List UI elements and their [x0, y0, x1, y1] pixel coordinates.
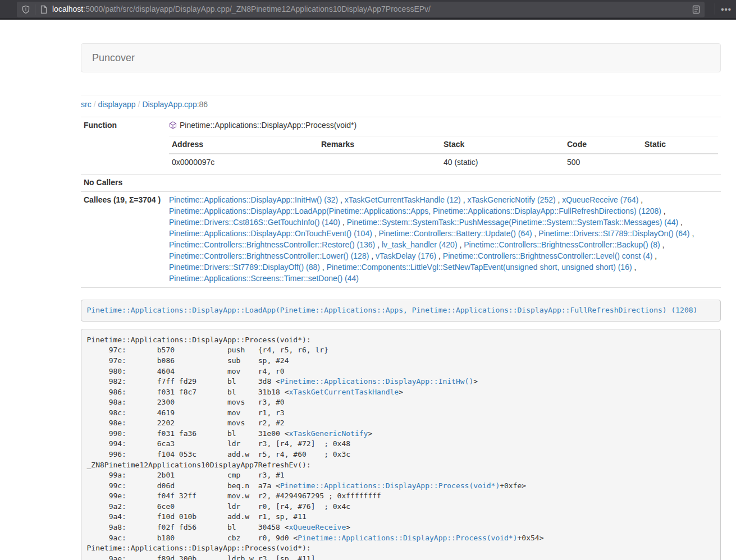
column-header-remarks: Remarks — [318, 136, 441, 153]
callee-link[interactable]: Pinetime::System::SystemTask::PushMessag… — [347, 218, 679, 227]
column-header-stack: Stack — [441, 136, 564, 153]
asm-symbol-link[interactable]: xTaskGetCurrentTaskHandle — [289, 388, 399, 396]
no-callers-row: No Callers — [81, 174, 721, 191]
callee-link[interactable]: Pinetime::Drivers::Cst816S::GetTouchInfo… — [169, 218, 340, 227]
function-name: Pinetime::Applications::DisplayApp::Proc… — [180, 121, 356, 130]
breadcrumb-item-displayapp[interactable]: displayapp — [98, 100, 136, 109]
callee-link[interactable]: Pinetime::Controllers::BrightnessControl… — [169, 240, 375, 249]
detail-header-row: Address Remarks Stack Code Static — [169, 136, 718, 153]
url-path: :5000/path/src/displayapp/DisplayApp.cpp… — [83, 4, 431, 13]
breadcrumb-item-src[interactable]: src — [81, 100, 92, 109]
callee-link[interactable]: vTaskDelay (176) — [376, 251, 436, 260]
urlbar-divider — [35, 4, 35, 15]
callee-link[interactable]: xTaskGetCurrentTaskHandle (12) — [345, 195, 461, 204]
function-label: Function — [81, 117, 166, 174]
callee-link[interactable]: xTaskGenericNotify (252) — [467, 195, 555, 204]
asm-symbol-link[interactable]: Pinetime::Applications::DisplayApp::Init… — [280, 377, 473, 385]
shield-icon[interactable] — [21, 5, 30, 14]
column-header-static: Static — [642, 136, 718, 153]
cell-code: 500 — [564, 154, 642, 171]
function-name-line: Pinetime::Applications::DisplayApp::Proc… — [169, 120, 718, 132]
asm-symbol-link[interactable]: Pinetime::Applications::DisplayApp::Proc… — [280, 481, 500, 490]
breadcrumb-separator: / — [136, 100, 143, 109]
page-container: Puncover src/displayapp/DisplayApp.cpp:8… — [81, 43, 721, 560]
reader-mode-icon[interactable] — [692, 5, 700, 14]
column-header-code: Code — [564, 136, 642, 153]
function-detail-table: Address Remarks Stack Code Static 0x0000… — [169, 136, 718, 171]
callees-list: Pinetime::Applications::DisplayApp::Init… — [166, 191, 721, 287]
brand-puncover[interactable]: Puncover — [81, 44, 143, 72]
callees-row: Callees (19, Σ=3704 ) Pinetime::Applicat… — [81, 191, 721, 287]
navbar: Puncover — [81, 43, 721, 72]
asm-symbol-link[interactable]: Pinetime::Applications::DisplayApp::Proc… — [298, 534, 517, 542]
callee-link[interactable]: Pinetime::Applications::DisplayApp::OnTo… — [169, 229, 372, 238]
toolbar-divider — [715, 3, 715, 15]
assembly-listing: Pinetime::Applications::DisplayApp::Proc… — [81, 329, 721, 560]
cell-remarks — [318, 154, 441, 171]
breadcrumb-line-number: :86 — [197, 100, 208, 109]
callee-link[interactable]: Pinetime::Drivers::St7789::DisplayOn() (… — [538, 229, 689, 238]
url-host: localhost — [52, 4, 83, 13]
callee-link[interactable]: Pinetime::Controllers::BrightnessControl… — [169, 251, 369, 260]
callee-link[interactable]: Pinetime::Components::LittleVgl::SetNewT… — [327, 263, 632, 272]
callee-link[interactable]: Pinetime::Applications::DisplayApp::Init… — [169, 195, 338, 204]
divider-rule — [81, 95, 721, 95]
browser-toolbar: localhost:5000/path/src/displayapp/Displ… — [0, 0, 736, 20]
callee-link[interactable]: Pinetime::Applications::DisplayApp::Load… — [169, 206, 661, 215]
loadapp-symbol-link[interactable]: Pinetime::Applications::DisplayApp::Load… — [87, 306, 698, 314]
callee-link[interactable]: xQueueReceive (764) — [562, 195, 638, 204]
callee-link[interactable]: lv_task_handler (420) — [382, 240, 458, 249]
more-menu-icon[interactable]: ••• — [721, 3, 732, 15]
callee-link[interactable]: Pinetime::Drivers::St7789::DisplayOff() … — [169, 263, 320, 272]
callee-link[interactable]: Pinetime::Controllers::BrightnessControl… — [443, 251, 652, 260]
callee-link[interactable]: Pinetime::Controllers::BrightnessControl… — [464, 240, 660, 249]
caller-snippet-block: Pinetime::Applications::DisplayApp::Load… — [81, 300, 721, 322]
url-bar[interactable]: localhost:5000/path/src/displayapp/Displ… — [17, 2, 705, 17]
detail-data-row: 0x0000097c 40 (static) 500 — [169, 154, 718, 171]
breadcrumb: src/displayapp/DisplayApp.cpp:86 — [81, 99, 721, 111]
no-callers-label: No Callers — [81, 174, 166, 191]
symbol-cube-icon — [169, 121, 177, 132]
cell-stack: 40 (static) — [441, 154, 564, 171]
asm-symbol-link[interactable]: xQueueReceive — [289, 523, 346, 531]
cell-address: 0x0000097c — [169, 154, 318, 171]
callee-link[interactable]: Pinetime::Applications::Screens::Timer::… — [169, 274, 359, 283]
cell-static — [642, 154, 718, 171]
function-row: Function Pinetime::Applications::Display… — [81, 117, 721, 174]
callee-link[interactable]: Pinetime::Controllers::Battery::Update()… — [379, 229, 532, 238]
asm-symbol-link[interactable]: xTaskGenericNotify — [289, 429, 368, 438]
column-header-address: Address — [169, 136, 318, 153]
page-icon[interactable] — [40, 5, 48, 14]
no-callers-cell — [166, 174, 721, 191]
breadcrumb-item-file[interactable]: DisplayApp.cpp — [142, 100, 196, 109]
breadcrumb-separator: / — [92, 100, 98, 109]
callees-label: Callees (19, Σ=3704 ) — [81, 191, 166, 287]
function-table: Function Pinetime::Applications::Display… — [81, 117, 721, 288]
url-text: localhost:5000/path/src/displayapp/Displ… — [52, 4, 431, 15]
